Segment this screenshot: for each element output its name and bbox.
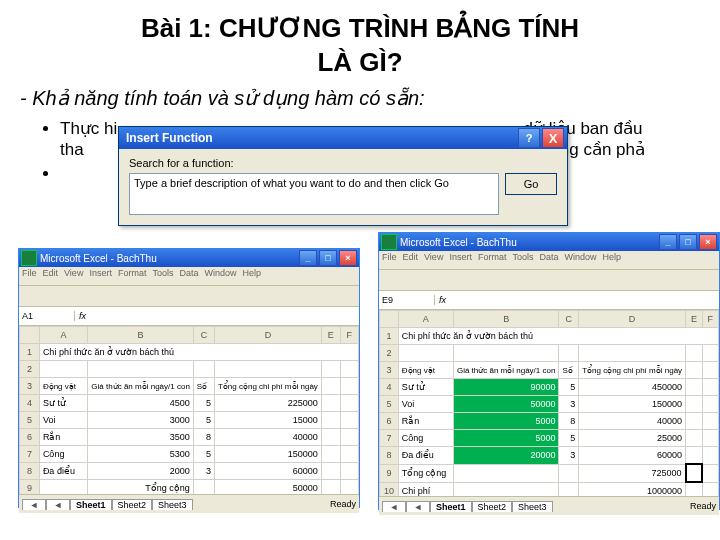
- close-button[interactable]: X: [542, 128, 564, 148]
- formula-bar[interactable]: E9 fx: [379, 291, 719, 310]
- maximize-button[interactable]: □: [679, 234, 697, 250]
- worksheet-grid[interactable]: ABCDEF1Chi phí thức ăn ở vườn bách thú23…: [379, 310, 719, 496]
- minimize-button[interactable]: _: [659, 234, 677, 250]
- menu-bar[interactable]: FileEditViewInsertFormatToolsDataWindowH…: [19, 267, 359, 286]
- excel-title: Microsoft Excel - BachThu: [397, 237, 657, 248]
- go-button[interactable]: Go: [505, 173, 557, 195]
- excel-titlebar[interactable]: Microsoft Excel - BachThu _ □ ×: [19, 249, 359, 267]
- sheet-tabs[interactable]: ◄◄ Sheet1 Sheet2 Sheet3: [382, 501, 553, 512]
- close-button[interactable]: ×: [699, 234, 717, 250]
- excel-icon: [381, 234, 397, 250]
- excel-icon: [21, 250, 37, 266]
- name-box[interactable]: A1: [19, 311, 75, 321]
- slide-subtitle: - Khả năng tính toán và sử dụng hàm có s…: [20, 86, 720, 110]
- close-button[interactable]: ×: [339, 250, 357, 266]
- minimize-button[interactable]: _: [299, 250, 317, 266]
- menu-bar[interactable]: FileEditViewInsertFormatToolsDataWindowH…: [379, 251, 719, 270]
- status-bar: ◄◄ Sheet1 Sheet2 Sheet3 Ready: [379, 496, 719, 515]
- fx-icon[interactable]: fx: [435, 295, 450, 305]
- toolbar[interactable]: [19, 286, 359, 307]
- dialog-title: Insert Function: [122, 131, 516, 145]
- excel-window-left: Microsoft Excel - BachThu _ □ × FileEdit…: [18, 248, 360, 508]
- slide-title: Bài 1: CHƯƠNG TRÌNH BẢNG TÍNHLÀ GÌ?: [0, 12, 720, 80]
- toolbar[interactable]: [379, 270, 719, 291]
- sheet-tabs[interactable]: ◄◄ Sheet1 Sheet2 Sheet3: [22, 499, 193, 510]
- status-text: Ready: [690, 501, 716, 511]
- insert-function-dialog: Insert Function ? X Search for a functio…: [118, 126, 568, 226]
- fx-icon[interactable]: fx: [75, 311, 90, 321]
- status-bar: ◄◄ Sheet1 Sheet2 Sheet3 Ready: [19, 494, 359, 513]
- maximize-button[interactable]: □: [319, 250, 337, 266]
- excel-window-right: Microsoft Excel - BachThu _ □ × FileEdit…: [378, 232, 720, 510]
- excel-title: Microsoft Excel - BachThu: [37, 253, 297, 264]
- excel-titlebar[interactable]: Microsoft Excel - BachThu _ □ ×: [379, 233, 719, 251]
- search-textarea[interactable]: Type a brief description of what you wan…: [129, 173, 499, 215]
- formula-bar[interactable]: A1 fx: [19, 307, 359, 326]
- name-box[interactable]: E9: [379, 295, 435, 305]
- help-button[interactable]: ?: [518, 128, 540, 148]
- dialog-titlebar[interactable]: Insert Function ? X: [119, 127, 567, 149]
- search-label: Search for a function:: [129, 157, 557, 169]
- status-text: Ready: [330, 499, 356, 509]
- worksheet-grid[interactable]: ABCDEF1Chi phí thức ăn ở vườn bách thú23…: [19, 326, 359, 494]
